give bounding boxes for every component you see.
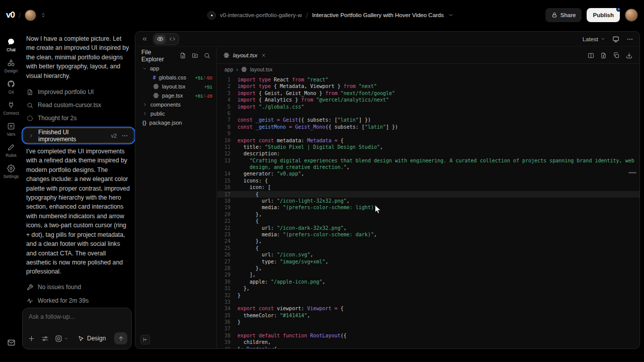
- code-line-content: const _geist = Geist({ subsets: ["latin"…: [237, 117, 371, 123]
- code-icon: [169, 36, 176, 42]
- arrow-up-icon: [118, 335, 124, 342]
- preview-toggle-button[interactable]: [154, 35, 166, 44]
- workspace-switcher-icon[interactable]: [40, 12, 46, 18]
- device-preview-icon[interactable]: [612, 36, 619, 43]
- tool-call-row[interactable]: Read custom-cursor.tsx: [22, 99, 135, 112]
- chat-input-box[interactable]: Design: [22, 308, 132, 349]
- sidebar-item-chat[interactable]: Chat: [0, 34, 22, 55]
- workspace-avatar[interactable]: [25, 10, 36, 21]
- new-folder-icon[interactable]: [192, 52, 198, 59]
- sidebar-item-design[interactable]: Design: [0, 55, 22, 76]
- sidebar-item-git[interactable]: Git: [0, 76, 22, 98]
- file-tree: app#globals.css+51/-50layout.tsx+51page.…: [135, 64, 216, 127]
- line-number: 36: [217, 319, 237, 325]
- version-card-menu-icon[interactable]: [121, 132, 128, 139]
- diff-deleted: -28: [205, 93, 212, 99]
- version-select[interactable]: Latest: [583, 36, 605, 42]
- rail-item-label: Design: [5, 68, 18, 73]
- editor-menu-icon[interactable]: [626, 36, 633, 43]
- mail-icon[interactable]: [7, 338, 16, 347]
- vercel-project-badge[interactable]: [207, 11, 216, 20]
- breadcrumb-folder[interactable]: app: [224, 66, 233, 72]
- react-icon: [153, 83, 159, 89]
- tree-item-page-tsx[interactable]: page.tsx+81/-28: [135, 91, 216, 100]
- diff-added: +81: [195, 93, 203, 99]
- add-attachment-icon[interactable]: [28, 335, 35, 342]
- file-text-icon: [27, 89, 33, 96]
- line-number: 16: [217, 184, 237, 191]
- line-number: 33: [217, 299, 237, 305]
- brand-area: v0 /: [6, 0, 46, 30]
- user-avatar[interactable]: [625, 9, 638, 22]
- css-file-icon: #: [153, 75, 156, 80]
- react-icon: [223, 52, 229, 58]
- sidebar-item-settings[interactable]: Settings: [0, 161, 22, 182]
- breadcrumb-chat-title[interactable]: Interactive Portfolio Gallery with Hover…: [312, 12, 444, 18]
- tree-item-package-json[interactable]: {}package.json: [135, 118, 216, 127]
- tree-item-name: page.tsx: [162, 93, 183, 99]
- collapse-panel-icon[interactable]: [141, 36, 148, 42]
- code-line: 1import type React from "react": [217, 76, 639, 83]
- file-explorer-header: File Explorer: [135, 47, 216, 64]
- breadcrumb-file[interactable]: layout.tsx: [250, 66, 272, 72]
- search-files-icon[interactable]: [204, 52, 210, 59]
- mode-select[interactable]: Design: [77, 335, 106, 342]
- line-number: 22: [217, 225, 237, 231]
- breadcrumb-project[interactable]: v0-interactive-portfolio-gallery-w: [220, 12, 302, 18]
- diff-deleted: -50: [205, 75, 212, 80]
- connect-icon: [7, 101, 15, 109]
- version-card[interactable]: Finished UI improvements v2: [23, 128, 134, 143]
- new-file-icon[interactable]: [180, 52, 186, 59]
- diff-separator: /: [204, 93, 205, 99]
- diff-stats: +51: [204, 84, 212, 89]
- status-row: No issues found: [22, 281, 135, 294]
- tab-layout-tsx[interactable]: layout.tsx: [223, 47, 273, 63]
- line-number: 27: [217, 258, 237, 265]
- settings-sliders-icon[interactable]: [41, 335, 49, 342]
- download-icon[interactable]: [626, 52, 632, 59]
- design-cursor-icon: [77, 335, 84, 342]
- code-line-content: generator: "v0.app",: [237, 170, 304, 177]
- rail-items: ChatDesignGitConnectVarsRulesSettings: [0, 34, 22, 182]
- settings-icon: [7, 164, 15, 172]
- tab-bar-actions: [588, 52, 639, 59]
- tree-item-layout-tsx[interactable]: layout.tsx+51: [135, 82, 216, 91]
- tree-item-globals-css[interactable]: #globals.css+51/-50: [135, 73, 216, 82]
- code-line: 15 icons: {: [217, 177, 639, 184]
- close-tab-icon[interactable]: [261, 53, 266, 58]
- copy-file-icon[interactable]: [613, 52, 620, 59]
- share-button[interactable]: Share: [545, 8, 582, 22]
- code-line: 38export default function RootLayout({: [217, 332, 639, 339]
- media-select[interactable]: [55, 335, 68, 342]
- publish-notification-dot: [616, 7, 621, 12]
- chevron-down-icon[interactable]: [448, 12, 454, 18]
- tool-call-row[interactable]: Thought for 2s: [22, 112, 135, 125]
- send-button[interactable]: [114, 332, 127, 344]
- code-line: 34export const viewport: Viewport = {: [217, 305, 639, 312]
- code-line: 27 type: "image/svg+xml",: [217, 258, 639, 265]
- sidebar-item-rules[interactable]: Rules: [0, 140, 22, 161]
- tool-call-row[interactable]: Improved portfolio UI: [22, 85, 135, 99]
- tree-item-public[interactable]: public: [135, 109, 216, 118]
- sidebar-item-vars[interactable]: Vars: [0, 119, 22, 140]
- v0-logo[interactable]: v0: [6, 10, 15, 20]
- code-editor[interactable]: 1import type React from "react"2import t…: [217, 74, 639, 348]
- code-toggle-button[interactable]: [167, 35, 178, 44]
- sidebar-item-connect[interactable]: Connect: [0, 98, 22, 119]
- scrollbar-thumb[interactable]: [628, 172, 636, 173]
- code-line: 18 url: "/icon-light-32x32.png",: [217, 198, 639, 204]
- tree-item-app[interactable]: app: [135, 64, 216, 73]
- tree-item-components[interactable]: components: [135, 100, 216, 109]
- breadcrumb-slash-2: /: [306, 11, 308, 20]
- export-file-icon[interactable]: [600, 52, 607, 59]
- breadcrumb-chevron: ›: [236, 66, 238, 72]
- split-view-icon[interactable]: [588, 52, 594, 59]
- tree-item-name: layout.tsx: [162, 83, 185, 89]
- left-rail: ChatDesignGitConnectVarsRulesSettings: [0, 30, 22, 362]
- tree-item-name: app: [150, 65, 159, 71]
- followup-input[interactable]: [29, 313, 124, 320]
- collapse-sidebar-button[interactable]: [140, 335, 150, 344]
- code-line: 5import "./globals.css": [217, 104, 639, 110]
- code-line-content: },: [237, 211, 262, 218]
- publish-button[interactable]: Publish: [587, 8, 620, 22]
